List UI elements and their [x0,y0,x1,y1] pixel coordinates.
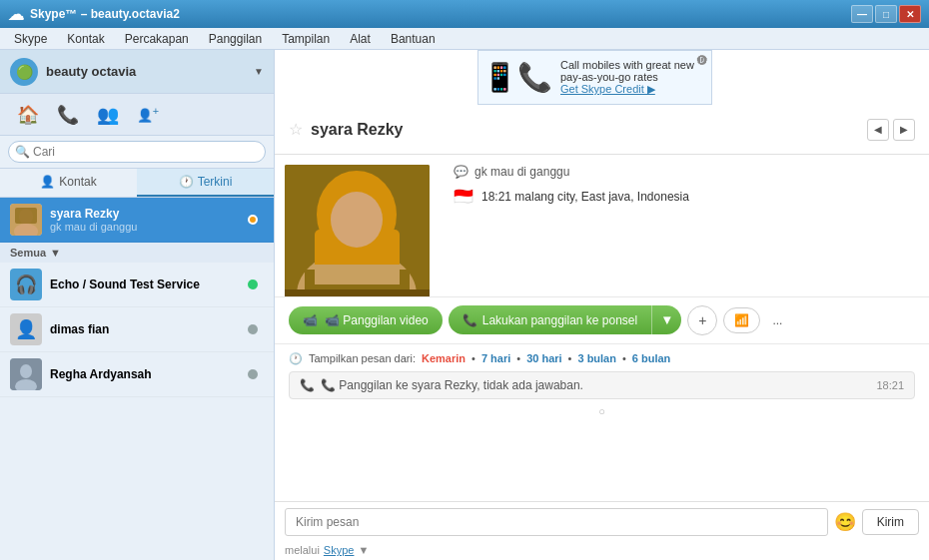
send-button[interactable]: Kirim [862,509,919,535]
filter-30hari[interactable]: 30 hari [526,352,561,364]
call-icon: 📞 [300,378,315,392]
clock-icon: 🕐 [179,175,194,189]
contact-item-syara[interactable]: syara Rezky gk mau di ganggu [0,198,274,243]
video-icon: 📹 [303,313,318,327]
section-dropdown-icon: ▼ [50,247,61,259]
menu-alat[interactable]: Alat [342,30,379,48]
video-call-button[interactable]: 📹 📹 Panggilan video [289,306,443,334]
signal-icon: 📶 [734,313,749,327]
phone-call-label: Lakukan panggilan ke ponsel [482,313,637,327]
next-button[interactable]: ▶ [893,119,915,141]
call-button[interactable]: 📞 [48,100,88,130]
svg-point-12 [331,192,383,248]
ad-text: Call mobiles with great new pay-as-you-g… [560,59,697,83]
close-button[interactable]: ✕ [899,5,921,23]
menu-kontak[interactable]: Kontak [59,30,112,48]
status-dot-echo [248,280,258,289]
phone-call-dropdown[interactable]: ▼ [651,305,681,334]
menu-skype[interactable]: Skype [6,30,55,48]
search-icon: 🔍 [15,145,30,159]
profile-dropdown-icon[interactable]: ▼ [254,66,264,77]
filter-3bulan[interactable]: 3 bulan [577,352,616,364]
filter-7hari[interactable]: 7 hari [481,352,510,364]
svg-rect-3 [15,208,37,224]
footer-text: melalui [285,544,320,556]
phone-icon: 📞 [57,104,79,126]
contact-status-syara: gk mau di ganggu [50,221,248,233]
main-layout: 🟢 beauty octavia ▼ 🏠 📞 👥 👤+ 🔍 [0,50,929,560]
clock-icon: 🕐 [289,352,303,365]
star-icon[interactable]: ☆ [289,120,303,139]
plus-icon: + [698,312,706,328]
message-input[interactable] [285,508,828,536]
ad-sponsored-icon: 🅓 [697,55,707,66]
contact-avatar-syara [10,204,42,236]
search-wrapper: 🔍 [8,141,266,163]
add-contact-button[interactable]: 👤+ [128,100,168,130]
ad-banner: 📱 📞 Call mobiles with great new pay-as-y… [477,50,712,105]
call-log-text: 📞 Panggilan ke syara Rezky, tidak ada ja… [321,378,583,392]
contacts-button[interactable]: 👥 [88,100,128,130]
profile-bar: 🟢 beauty octavia ▼ [0,50,274,94]
time-filter: 🕐 Tampilkan pesan dari: Kemarin • 7 hari… [289,352,915,365]
tab-kontak-label: Kontak [59,175,96,189]
kontak-icon: 👤 [40,175,55,189]
location-text: 18:21 malang city, East java, Indonesia [481,190,689,204]
status-dot-regha [248,369,258,379]
phone-call-button[interactable]: 📞 Lakukan panggilan ke ponsel [449,305,651,334]
prev-button[interactable]: ◀ [867,119,889,141]
ad-mobile-icon: 📞 [517,61,552,94]
home-button[interactable]: 🏠 [8,100,48,130]
tab-kontak[interactable]: 👤 Kontak [0,169,137,197]
contact-photo [285,165,430,296]
chat-image-side [275,155,440,296]
filter-kemarin[interactable]: Kemarin [422,352,465,364]
status-message: 💬 gk mau di ganggu [454,165,915,179]
phone-icon: 📞 [463,313,477,327]
search-bar: 🔍 [0,136,274,169]
menu-percakapan[interactable]: Percakapan [117,30,197,48]
action-buttons: 📹 📹 Panggilan video 📞 Lakukan panggilan … [275,296,929,343]
filter-6bulan[interactable]: 6 bulan [632,352,671,364]
call-dot: ○ [289,405,915,417]
contact-item-echo[interactable]: 🎧 Echo / Sound Test Service [0,263,274,307]
contact-info-syara: syara Rezky gk mau di ganggu [50,207,248,233]
contact-avatar-regha [10,358,42,390]
signal-button[interactable]: 📶 [723,307,760,333]
call-log-time: 18:21 [876,379,904,391]
contact-name-syara: syara Rezky [50,207,248,221]
contact-name-echo: Echo / Sound Test Service [50,278,248,291]
emoji-button[interactable]: 😊 [834,511,856,533]
message-area[interactable]: 🕐 Tampilkan pesan dari: Kemarin • 7 hari… [275,343,929,502]
section-header-semua: Semua ▼ [0,243,274,263]
message-input-area: 😊 Kirim [275,501,929,542]
menu-tampilan[interactable]: Tampilan [274,30,338,48]
add-button[interactable]: + [687,305,717,335]
skype-link[interactable]: Skype [324,544,355,556]
tab-terkini[interactable]: 🕐 Terkini [137,169,274,197]
menu-bantuan[interactable]: Bantuan [383,30,444,48]
title-bar: ☁ Skype™ – beauty.octavia2 — □ ✕ [0,0,929,28]
ad-phone-icon: 📱 [482,61,517,94]
contact-info-regha: Regha Ardyansah [50,367,248,381]
search-input[interactable] [8,141,266,163]
status-dot-dimas [248,324,258,334]
right-panel: 📱 📞 Call mobiles with great new pay-as-y… [275,50,929,560]
add-person-icon: 👤+ [137,105,159,123]
contact-item-regha[interactable]: Regha Ardyansah [0,352,274,397]
video-call-label: 📹 Panggilan video [325,313,429,327]
contact-name-regha: Regha Ardyansah [50,367,248,381]
maximize-button[interactable]: □ [875,5,897,23]
menu-panggilan[interactable]: Panggilan [201,30,270,48]
ad-link[interactable]: Get Skype Credit ▶ [560,83,697,96]
footer-dropdown[interactable]: ▼ [358,544,369,556]
contact-avatar-echo: 🎧 [10,269,42,300]
nav-icons: 🏠 📞 👥 👤+ [0,94,274,136]
contact-item-dimas[interactable]: 👤 dimas fian [0,307,274,352]
svg-point-5 [20,364,32,378]
more-dots[interactable]: ... [766,313,788,327]
chat-contact-name: syara Rezky [311,121,404,139]
minimize-button[interactable]: — [851,5,873,23]
chat-header-controls: ◀ ▶ [867,119,915,141]
tab-terkini-label: Terkini [198,175,233,189]
